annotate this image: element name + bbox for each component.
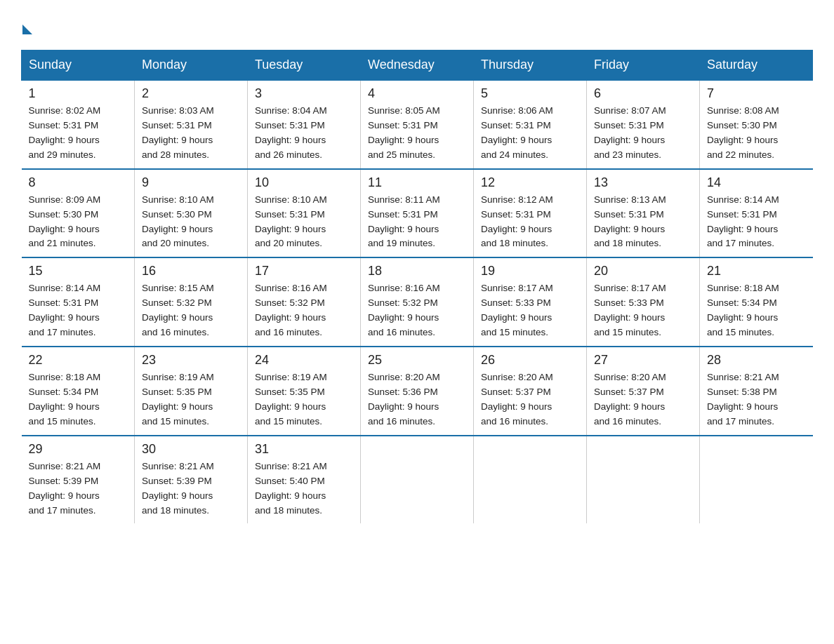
calendar-cell: 15 Sunrise: 8:14 AMSunset: 5:31 PMDaylig… [22, 257, 135, 347]
day-number: 15 [29, 264, 128, 279]
calendar-header: SundayMondayTuesdayWednesdayThursdayFrid… [22, 51, 813, 81]
day-info: Sunrise: 8:20 AMSunset: 5:37 PMDaylight:… [594, 370, 692, 429]
day-number: 10 [255, 175, 353, 190]
day-info: Sunrise: 8:21 AMSunset: 5:40 PMDaylight:… [255, 459, 353, 518]
calendar-cell: 14 Sunrise: 8:14 AMSunset: 5:31 PMDaylig… [700, 169, 813, 258]
day-info: Sunrise: 8:16 AMSunset: 5:32 PMDaylight:… [255, 281, 353, 340]
calendar-cell: 31 Sunrise: 8:21 AMSunset: 5:40 PMDaylig… [248, 436, 361, 524]
calendar-cell [474, 436, 587, 524]
day-info: Sunrise: 8:05 AMSunset: 5:31 PMDaylight:… [368, 104, 466, 163]
calendar-cell: 13 Sunrise: 8:13 AMSunset: 5:31 PMDaylig… [587, 169, 700, 258]
day-info: Sunrise: 8:10 AMSunset: 5:30 PMDaylight:… [142, 193, 240, 252]
calendar-week-4: 22 Sunrise: 8:18 AMSunset: 5:34 PMDaylig… [22, 347, 813, 436]
calendar-week-3: 15 Sunrise: 8:14 AMSunset: 5:31 PMDaylig… [22, 257, 813, 347]
calendar-cell: 21 Sunrise: 8:18 AMSunset: 5:34 PMDaylig… [700, 257, 813, 347]
calendar-cell: 20 Sunrise: 8:17 AMSunset: 5:33 PMDaylig… [587, 257, 700, 347]
day-number: 14 [707, 175, 806, 190]
day-number: 8 [29, 175, 128, 190]
day-number: 18 [368, 264, 466, 279]
calendar-cell: 22 Sunrise: 8:18 AMSunset: 5:34 PMDaylig… [22, 347, 135, 436]
header-tuesday: Tuesday [248, 51, 361, 81]
day-info: Sunrise: 8:04 AMSunset: 5:31 PMDaylight:… [255, 104, 353, 163]
calendar-cell: 11 Sunrise: 8:11 AMSunset: 5:31 PMDaylig… [361, 169, 474, 258]
day-number: 29 [29, 442, 128, 457]
day-number: 1 [29, 86, 128, 101]
day-number: 28 [707, 353, 806, 368]
header-sunday: Sunday [22, 51, 135, 81]
calendar-cell [700, 436, 813, 524]
day-info: Sunrise: 8:03 AMSunset: 5:31 PMDaylight:… [142, 104, 240, 163]
day-number: 3 [255, 86, 353, 101]
day-number: 9 [142, 175, 240, 190]
calendar-cell: 12 Sunrise: 8:12 AMSunset: 5:31 PMDaylig… [474, 169, 587, 258]
day-info: Sunrise: 8:14 AMSunset: 5:31 PMDaylight:… [707, 193, 806, 252]
day-number: 4 [368, 86, 466, 101]
day-number: 27 [594, 353, 692, 368]
calendar-week-1: 1 Sunrise: 8:02 AMSunset: 5:31 PMDayligh… [22, 80, 813, 169]
day-info: Sunrise: 8:17 AMSunset: 5:33 PMDaylight:… [481, 281, 579, 340]
header-thursday: Thursday [474, 51, 587, 81]
calendar-week-2: 8 Sunrise: 8:09 AMSunset: 5:30 PMDayligh… [22, 169, 813, 258]
day-number: 7 [707, 86, 806, 101]
calendar-cell: 10 Sunrise: 8:10 AMSunset: 5:31 PMDaylig… [248, 169, 361, 258]
day-info: Sunrise: 8:10 AMSunset: 5:31 PMDaylight:… [255, 193, 353, 252]
day-info: Sunrise: 8:20 AMSunset: 5:36 PMDaylight:… [368, 370, 466, 429]
day-number: 2 [142, 86, 240, 101]
calendar-cell: 24 Sunrise: 8:19 AMSunset: 5:35 PMDaylig… [248, 347, 361, 436]
day-number: 31 [255, 442, 353, 457]
day-number: 16 [142, 264, 240, 279]
day-info: Sunrise: 8:07 AMSunset: 5:31 PMDaylight:… [594, 104, 692, 163]
day-number: 30 [142, 442, 240, 457]
day-info: Sunrise: 8:12 AMSunset: 5:31 PMDaylight:… [481, 193, 579, 252]
calendar-cell: 30 Sunrise: 8:21 AMSunset: 5:39 PMDaylig… [135, 436, 248, 524]
day-number: 5 [481, 86, 579, 101]
day-info: Sunrise: 8:09 AMSunset: 5:30 PMDaylight:… [29, 193, 128, 252]
day-info: Sunrise: 8:15 AMSunset: 5:32 PMDaylight:… [142, 281, 240, 340]
day-number: 20 [594, 264, 692, 279]
calendar-table: SundayMondayTuesdayWednesdayThursdayFrid… [21, 50, 813, 523]
calendar-cell: 26 Sunrise: 8:20 AMSunset: 5:37 PMDaylig… [474, 347, 587, 436]
calendar-cell: 8 Sunrise: 8:09 AMSunset: 5:30 PMDayligh… [22, 169, 135, 258]
day-number: 12 [481, 175, 579, 190]
page-header [21, 21, 813, 36]
day-info: Sunrise: 8:19 AMSunset: 5:35 PMDaylight:… [142, 370, 240, 429]
header-wednesday: Wednesday [361, 51, 474, 81]
calendar-cell: 27 Sunrise: 8:20 AMSunset: 5:37 PMDaylig… [587, 347, 700, 436]
day-info: Sunrise: 8:21 AMSunset: 5:39 PMDaylight:… [29, 459, 128, 518]
day-info: Sunrise: 8:11 AMSunset: 5:31 PMDaylight:… [368, 193, 466, 252]
day-info: Sunrise: 8:19 AMSunset: 5:35 PMDaylight:… [255, 370, 353, 429]
calendar-cell: 28 Sunrise: 8:21 AMSunset: 5:38 PMDaylig… [700, 347, 813, 436]
day-number: 23 [142, 353, 240, 368]
calendar-cell: 25 Sunrise: 8:20 AMSunset: 5:36 PMDaylig… [361, 347, 474, 436]
calendar-cell: 17 Sunrise: 8:16 AMSunset: 5:32 PMDaylig… [248, 257, 361, 347]
header-monday: Monday [135, 51, 248, 81]
calendar-cell: 4 Sunrise: 8:05 AMSunset: 5:31 PMDayligh… [361, 80, 474, 169]
calendar-cell: 1 Sunrise: 8:02 AMSunset: 5:31 PMDayligh… [22, 80, 135, 169]
logo-triangle-icon [22, 25, 32, 34]
day-number: 13 [594, 175, 692, 190]
calendar-cell: 18 Sunrise: 8:16 AMSunset: 5:32 PMDaylig… [361, 257, 474, 347]
day-info: Sunrise: 8:06 AMSunset: 5:31 PMDaylight:… [481, 104, 579, 163]
calendar-cell [587, 436, 700, 524]
calendar-cell [361, 436, 474, 524]
calendar-cell: 6 Sunrise: 8:07 AMSunset: 5:31 PMDayligh… [587, 80, 700, 169]
day-info: Sunrise: 8:02 AMSunset: 5:31 PMDaylight:… [29, 104, 128, 163]
calendar-cell: 19 Sunrise: 8:17 AMSunset: 5:33 PMDaylig… [474, 257, 587, 347]
calendar-cell: 2 Sunrise: 8:03 AMSunset: 5:31 PMDayligh… [135, 80, 248, 169]
day-number: 17 [255, 264, 353, 279]
day-number: 22 [29, 353, 128, 368]
day-number: 25 [368, 353, 466, 368]
calendar-cell: 29 Sunrise: 8:21 AMSunset: 5:39 PMDaylig… [22, 436, 135, 524]
day-info: Sunrise: 8:08 AMSunset: 5:30 PMDaylight:… [707, 104, 806, 163]
day-info: Sunrise: 8:21 AMSunset: 5:39 PMDaylight:… [142, 459, 240, 518]
day-number: 19 [481, 264, 579, 279]
day-number: 26 [481, 353, 579, 368]
day-number: 11 [368, 175, 466, 190]
day-info: Sunrise: 8:18 AMSunset: 5:34 PMDaylight:… [707, 281, 806, 340]
calendar-cell: 7 Sunrise: 8:08 AMSunset: 5:30 PMDayligh… [700, 80, 813, 169]
day-number: 24 [255, 353, 353, 368]
header-saturday: Saturday [700, 51, 813, 81]
day-info: Sunrise: 8:14 AMSunset: 5:31 PMDaylight:… [29, 281, 128, 340]
header-friday: Friday [587, 51, 700, 81]
day-info: Sunrise: 8:21 AMSunset: 5:38 PMDaylight:… [707, 370, 806, 429]
